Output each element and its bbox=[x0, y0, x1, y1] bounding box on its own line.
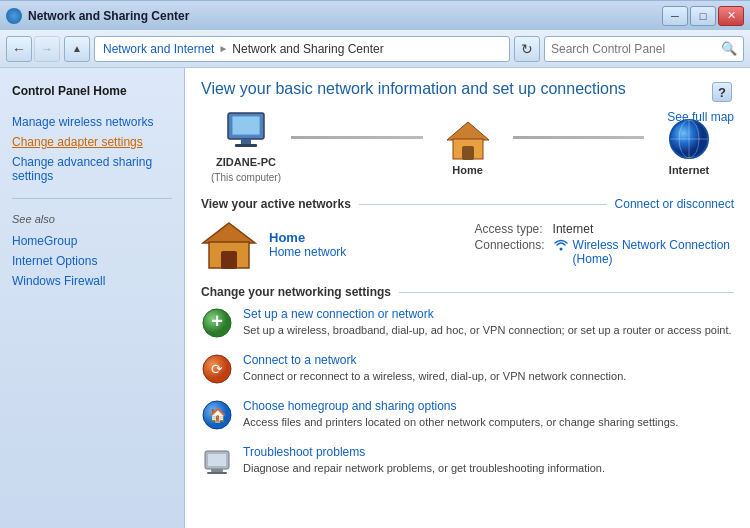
connection-cell: Wireless Network Connection (Home) bbox=[549, 237, 734, 267]
breadcrumb-sep: ► bbox=[218, 43, 228, 54]
access-table: Access type: Internet Connections: bbox=[471, 221, 734, 267]
content-area: ? View your basic network information an… bbox=[185, 68, 750, 528]
settings-text-3: Choose homegroup and sharing options Acc… bbox=[243, 399, 734, 430]
connect-disconnect-link[interactable]: Connect or disconnect bbox=[615, 197, 734, 211]
sidebar-links-section: Manage wireless networks Change adapter … bbox=[0, 108, 184, 190]
active-networks-header: View your active networks Connect or dis… bbox=[201, 197, 734, 211]
computer-icon bbox=[221, 110, 271, 152]
net-line-2 bbox=[513, 136, 645, 139]
net-node-pc: ZIDANE-PC (This computer) bbox=[201, 110, 291, 183]
home-icon bbox=[443, 118, 493, 160]
sidebar: Control Panel Home Manage wireless netwo… bbox=[0, 68, 185, 528]
settings-item-3: 🏠 Choose homegroup and sharing options bbox=[201, 399, 734, 431]
breadcrumb: Network and Internet ► Network and Shari… bbox=[94, 36, 510, 62]
maximize-button[interactable]: □ bbox=[690, 6, 716, 26]
content-wrapper: ? View your basic network information an… bbox=[201, 80, 734, 477]
up-button[interactable]: ▲ bbox=[64, 36, 90, 62]
forward-button[interactable]: → bbox=[34, 36, 60, 62]
connections-label: Connections: bbox=[471, 237, 549, 267]
back-button[interactable]: ← bbox=[6, 36, 32, 62]
settings-text-2: Connect to a network Connect or reconnec… bbox=[243, 353, 734, 384]
access-type-value: Internet bbox=[549, 221, 734, 237]
network-type[interactable]: Home network bbox=[269, 245, 346, 259]
network-map-items: ZIDANE-PC (This computer) bbox=[201, 110, 734, 183]
settings-text-4: Troubleshoot problems Diagnose and repai… bbox=[243, 445, 734, 476]
title-bar-controls: ─ □ ✕ bbox=[662, 6, 744, 26]
net-node-internet-label: Internet bbox=[669, 164, 709, 176]
search-bar[interactable]: 🔍 bbox=[544, 36, 744, 62]
settings-item-1: + Set up a new connection or network Se bbox=[201, 307, 734, 339]
sidebar-advanced-sharing[interactable]: Change advanced sharing settings bbox=[12, 152, 172, 186]
sidebar-home-title: Control Panel Home bbox=[12, 82, 172, 104]
connection-link[interactable]: Wireless Network Connection bbox=[553, 238, 730, 252]
net-node-home-label: Home bbox=[452, 164, 483, 176]
homegroup-link[interactable]: Choose homegroup and sharing options bbox=[243, 399, 734, 413]
net-node-internet: Internet bbox=[644, 118, 734, 176]
net-node-pc-sublabel: (This computer) bbox=[211, 172, 281, 183]
breadcrumb-current: Network and Sharing Center bbox=[232, 42, 383, 56]
svg-text:⟳: ⟳ bbox=[211, 361, 223, 377]
sidebar-change-adapter[interactable]: Change adapter settings bbox=[12, 132, 172, 152]
troubleshoot-icon bbox=[201, 445, 233, 477]
title-bar-title: Network and Sharing Center bbox=[6, 8, 189, 24]
svg-rect-24 bbox=[207, 472, 227, 474]
search-input[interactable] bbox=[551, 42, 717, 56]
sidebar-windows-firewall[interactable]: Windows Firewall bbox=[12, 271, 172, 291]
connection-name: Wireless Network Connection bbox=[573, 238, 730, 252]
breadcrumb-network-internet[interactable]: Network and Internet bbox=[103, 42, 214, 56]
network-name[interactable]: Home bbox=[269, 230, 346, 245]
settings-item-4: Troubleshoot problems Diagnose and repai… bbox=[201, 445, 734, 477]
close-button[interactable]: ✕ bbox=[718, 6, 744, 26]
new-connection-icon: + bbox=[201, 307, 233, 339]
sidebar-home-section: Control Panel Home bbox=[0, 78, 184, 108]
nav-bar: ← → ▲ Network and Internet ► Network and… bbox=[0, 30, 750, 68]
page-title: View your basic network information and … bbox=[201, 80, 734, 98]
settings-item-2: ⟳ Connect to a network Connect or recon bbox=[201, 353, 734, 385]
sidebar-see-also-section: HomeGroup Internet Options Windows Firew… bbox=[0, 227, 184, 295]
net-node-pc-label: ZIDANE-PC bbox=[216, 156, 276, 168]
settings-label: Change your networking settings bbox=[201, 285, 391, 299]
active-network: Home Home network Access type: Internet … bbox=[201, 219, 734, 269]
network-info-left: Home Home network bbox=[269, 230, 346, 259]
network-map: ZIDANE-PC (This computer) bbox=[201, 110, 734, 183]
sidebar-manage-wireless[interactable]: Manage wireless networks bbox=[12, 112, 172, 132]
svg-text:+: + bbox=[211, 310, 223, 332]
active-networks-label: View your active networks bbox=[201, 197, 351, 211]
homegroup-desc: Access files and printers located on oth… bbox=[243, 416, 678, 428]
home-network-icon bbox=[201, 219, 257, 269]
sidebar-homegroup[interactable]: HomeGroup bbox=[12, 231, 172, 251]
settings-line bbox=[399, 292, 734, 293]
sidebar-internet-options[interactable]: Internet Options bbox=[12, 251, 172, 271]
minimize-button[interactable]: ─ bbox=[662, 6, 688, 26]
svg-rect-2 bbox=[241, 139, 251, 144]
nav-arrows: ← → bbox=[6, 36, 60, 62]
access-type-label: Access type: bbox=[471, 221, 549, 237]
access-type-row: Access type: Internet bbox=[471, 221, 734, 237]
see-full-map-link[interactable]: See full map bbox=[667, 110, 734, 124]
help-button[interactable]: ? bbox=[712, 82, 732, 102]
connect-network-icon: ⟳ bbox=[201, 353, 233, 385]
sidebar-see-also-label: See also bbox=[0, 207, 184, 227]
svg-text:🏠: 🏠 bbox=[209, 407, 227, 424]
connect-network-desc: Connect or reconnect to a wireless, wire… bbox=[243, 370, 626, 382]
connect-network-link[interactable]: Connect to a network bbox=[243, 353, 734, 367]
homegroup-icon: 🏠 bbox=[201, 399, 233, 431]
connection-suffix: (Home) bbox=[553, 252, 730, 266]
svg-marker-11 bbox=[203, 223, 255, 243]
section-line bbox=[359, 204, 607, 205]
main-layout: Control Panel Home Manage wireless netwo… bbox=[0, 68, 750, 528]
svg-rect-22 bbox=[208, 454, 226, 466]
svg-rect-1 bbox=[232, 116, 260, 135]
svg-rect-23 bbox=[211, 469, 223, 472]
net-node-home: Home bbox=[423, 118, 513, 176]
new-connection-link[interactable]: Set up a new connection or network bbox=[243, 307, 734, 321]
refresh-button[interactable]: ↻ bbox=[514, 36, 540, 62]
sidebar-divider bbox=[12, 198, 172, 199]
search-icon: 🔍 bbox=[721, 41, 737, 56]
troubleshoot-link[interactable]: Troubleshoot problems bbox=[243, 445, 734, 459]
wifi-icon bbox=[553, 239, 569, 251]
settings-section: Change your networking settings + bbox=[201, 285, 734, 477]
svg-marker-4 bbox=[447, 122, 489, 140]
svg-rect-6 bbox=[462, 146, 474, 160]
network-access: Access type: Internet Connections: bbox=[471, 221, 734, 267]
